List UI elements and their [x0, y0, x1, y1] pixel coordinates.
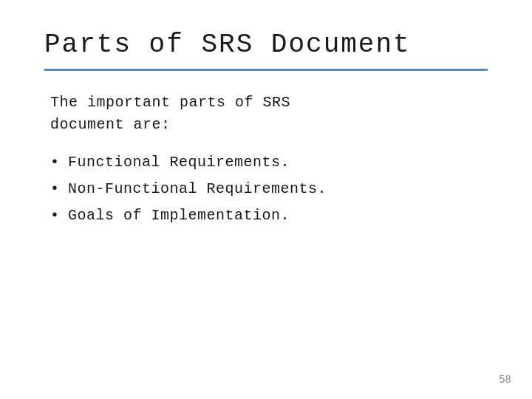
slide: Parts of SRS Document The important part… — [0, 0, 532, 399]
content-section: The important parts of SRS document are:… — [44, 92, 488, 229]
list-item: Functional Requirements. — [50, 149, 488, 176]
bullet-list: Functional Requirements. Non-Functional … — [50, 149, 488, 229]
intro-line2: document are: — [50, 116, 171, 133]
title-section: Parts of SRS Document — [44, 30, 488, 71]
intro-text: The important parts of SRS document are: — [50, 92, 488, 136]
intro-line1: The important parts of SRS — [50, 94, 290, 111]
list-item: Goals of Implementation. — [50, 202, 488, 229]
page-number: 58 — [499, 374, 511, 386]
slide-title: Parts of SRS Document — [44, 30, 488, 69]
list-item: Non-Functional Requirements. — [50, 176, 488, 202]
title-divider — [44, 69, 488, 71]
